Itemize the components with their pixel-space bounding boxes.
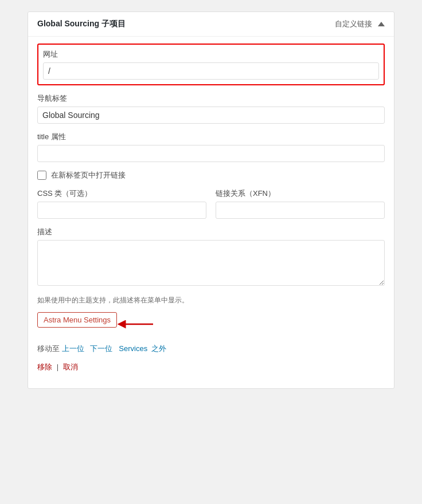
move-row: 移动至 上一位 下一位 Services 之外	[37, 344, 385, 354]
url-label: 网址	[43, 49, 379, 60]
new-tab-row: 在新标签页中打开链接	[37, 170, 385, 180]
outside-suffix: 之外	[151, 344, 166, 353]
nav-label-label: 导航标签	[37, 93, 385, 104]
astra-menu-settings-button[interactable]: Astra Menu Settings	[37, 312, 117, 328]
description-field: 描述	[37, 227, 385, 288]
title-attr-label: title 属性	[37, 132, 385, 142]
title-attr-input[interactable]	[37, 145, 385, 162]
new-tab-label: 在新标签页中打开链接	[51, 170, 126, 180]
custom-link-label: 自定义链接	[335, 19, 372, 29]
description-textarea[interactable]	[37, 240, 385, 286]
link-rel-label: 链接关系（XFN）	[216, 188, 385, 199]
nav-label-input[interactable]	[37, 107, 385, 124]
services-label: Services	[119, 344, 147, 353]
move-up-link[interactable]: 上一位	[62, 344, 84, 353]
services-outside-link[interactable]: Services 之外	[119, 344, 166, 353]
hint-text: 如果使用中的主题支持，此描述将在菜单中显示。	[37, 296, 385, 305]
cancel-link[interactable]: 取消	[63, 363, 78, 371]
separator: |	[57, 363, 58, 371]
link-rel-input[interactable]	[216, 202, 385, 219]
remove-link[interactable]: 移除	[37, 363, 52, 371]
css-class-label: CSS 类（可选）	[37, 188, 206, 199]
link-rel-field: 链接关系（XFN）	[216, 188, 385, 219]
move-down-link[interactable]: 下一位	[90, 344, 112, 353]
red-arrow-annotation	[116, 314, 156, 334]
url-input[interactable]	[43, 62, 379, 80]
collapse-icon[interactable]	[378, 22, 385, 26]
action-row: 移除 | 取消	[37, 362, 385, 372]
panel-title: Global Sourcing 子项目	[37, 19, 126, 29]
panel-header-actions: 自定义链接	[335, 19, 385, 29]
description-label: 描述	[37, 227, 385, 237]
move-prefix: 移动至	[37, 344, 60, 353]
url-field-wrapper: 网址	[37, 44, 385, 85]
css-class-field: CSS 类（可选）	[37, 188, 206, 219]
panel-body: 网址 导航标签 title 属性 在新标签页中打开链接 CSS 类（可选） 链接…	[28, 37, 394, 379]
nav-label-field: 导航标签	[37, 93, 385, 124]
astra-button-row: Astra Menu Settings	[37, 312, 117, 336]
css-class-input[interactable]	[37, 202, 206, 219]
css-xfn-row: CSS 类（可选） 链接关系（XFN）	[37, 188, 385, 219]
panel-header: Global Sourcing 子项目 自定义链接	[28, 12, 394, 37]
menu-item-panel: Global Sourcing 子项目 自定义链接 网址 导航标签 title …	[28, 11, 394, 389]
new-tab-checkbox[interactable]	[37, 171, 46, 180]
title-attr-field: title 属性	[37, 132, 385, 162]
